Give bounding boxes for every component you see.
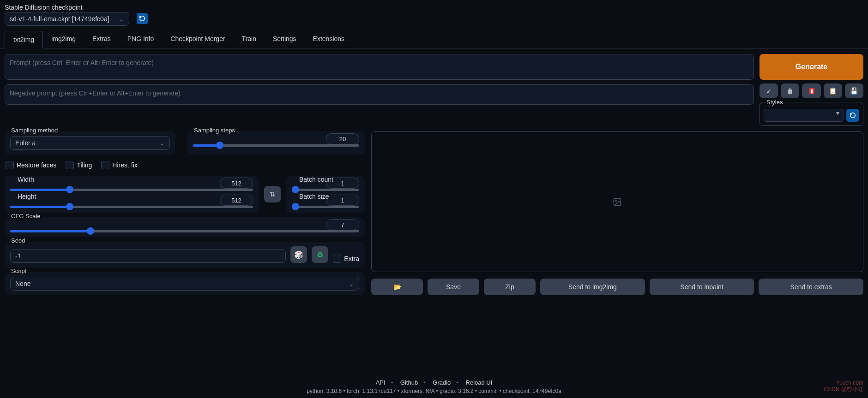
footer-reload-link[interactable]: Reload UI <box>466 379 493 386</box>
width-value[interactable]: 512 <box>220 178 253 189</box>
seed-input[interactable]: -1 <box>10 249 286 263</box>
tab-extensions[interactable]: Extensions <box>305 30 353 48</box>
open-folder-button[interactable]: 📂 <box>371 279 423 295</box>
sampling-steps-slider[interactable] <box>193 144 359 147</box>
footer-versions: python: 3.10.6 • torch: 1.13.1+cu117 • x… <box>0 388 868 394</box>
sampling-steps-label: Sampling steps <box>192 127 237 134</box>
save-icon: 💾 <box>850 87 858 95</box>
watermark-top: Yuucn.com <box>836 380 863 386</box>
script-dropdown[interactable]: None ⌄ <box>10 277 359 291</box>
negative-prompt-input[interactable]: Negative prompt (press Ctrl+Enter or Alt… <box>5 84 754 105</box>
footer-github-link[interactable]: Github <box>400 379 418 386</box>
tab-pnginfo[interactable]: PNG Info <box>119 30 163 48</box>
generate-button[interactable]: Generate <box>760 54 863 80</box>
zip-button[interactable]: Zip <box>484 279 536 295</box>
tab-img2img[interactable]: img2img <box>43 30 84 48</box>
script-value: None <box>15 280 30 287</box>
script-label: Script <box>9 267 28 274</box>
width-label: Width <box>16 176 36 183</box>
hires-fix-checkbox[interactable]: Hires. fix <box>101 161 137 169</box>
clipboard-icon: 📋 <box>829 87 837 95</box>
card-icon: ▮ <box>809 88 814 94</box>
swap-icon: ⇅ <box>270 190 275 198</box>
chevron-down-icon: ⌄ <box>119 15 124 23</box>
tab-extras[interactable]: Extras <box>84 30 119 48</box>
tab-train[interactable]: Train <box>234 30 265 48</box>
refresh-styles-button[interactable] <box>846 109 859 122</box>
recycle-icon: ♻ <box>317 250 323 259</box>
checkpoint-label: Stable Diffusion checkpoint <box>5 4 129 11</box>
height-value[interactable]: 512 <box>220 195 253 206</box>
cfg-value[interactable]: 7 <box>326 219 359 230</box>
chevron-down-icon: ⌄ <box>159 139 165 147</box>
tab-txt2img[interactable]: txt2img <box>5 31 43 48</box>
styles-dropdown[interactable]: ▾ <box>764 109 844 122</box>
folder-icon: 📂 <box>393 283 401 291</box>
arrow-icon: ↙ <box>766 87 772 95</box>
cfg-slider[interactable] <box>10 230 359 232</box>
sampling-method-dropdown[interactable]: Euler a ⌄ <box>10 136 170 150</box>
restore-faces-checkbox[interactable]: Restore faces <box>6 161 56 169</box>
reuse-seed-button[interactable]: ♻ <box>312 246 328 263</box>
save-style-button[interactable]: 💾 <box>845 83 863 98</box>
arrow-button[interactable]: ↙ <box>760 83 778 98</box>
tiling-checkbox[interactable]: Tiling <box>66 161 92 169</box>
cfg-label: CFG Scale <box>9 213 42 220</box>
checkpoint-value: sd-v1-4-full-ema.ckpt [14749efc0a] <box>10 15 109 23</box>
image-placeholder-icon <box>613 197 622 207</box>
chevron-down-icon: ⌄ <box>349 280 354 287</box>
batch-size-value[interactable]: 1 <box>326 195 359 206</box>
footer: API• Github• Gradio• Reload UI python: 3… <box>0 379 868 394</box>
prompt-input[interactable]: Prompt (press Ctrl+Enter or Alt+Enter to… <box>5 54 754 80</box>
sampling-steps-value[interactable]: 20 <box>326 133 359 144</box>
send-to-inpaint-button[interactable]: Send to inpaint <box>650 279 754 295</box>
width-slider[interactable] <box>10 189 253 191</box>
main-tabs: txt2img img2img Extras PNG Info Checkpoi… <box>0 30 868 48</box>
extra-networks-button[interactable]: ▮ <box>802 83 820 98</box>
send-to-extras-button[interactable]: Send to extras <box>759 279 863 295</box>
sampling-method-value: Euler a <box>15 139 36 147</box>
styles-label: Styles <box>765 99 784 106</box>
sampling-method-label: Sampling method <box>9 127 60 134</box>
refresh-icon <box>850 112 856 119</box>
height-slider[interactable] <box>10 206 253 208</box>
checkpoint-dropdown[interactable]: sd-v1-4-full-ema.ckpt [14749efc0a] ⌄ <box>5 12 129 26</box>
height-label: Height <box>16 193 38 200</box>
random-seed-button[interactable]: 🎲 <box>290 246 307 263</box>
footer-gradio-link[interactable]: Gradio <box>433 379 451 386</box>
paste-button[interactable]: 📋 <box>824 83 842 98</box>
refresh-checkpoint-button[interactable] <box>137 13 148 24</box>
svg-point-1 <box>615 200 617 201</box>
footer-api-link[interactable]: API <box>376 379 386 386</box>
watermark-bottom: CSDN @曾小蛙 <box>824 386 863 393</box>
seed-extra-checkbox[interactable]: Extra <box>333 255 359 263</box>
clear-button[interactable]: 🗑 <box>781 83 799 98</box>
seed-label: Seed <box>9 237 27 244</box>
batch-count-slider[interactable] <box>292 189 359 191</box>
output-preview <box>371 131 863 272</box>
save-button[interactable]: Save <box>428 279 479 295</box>
batch-count-label: Batch count <box>297 176 335 183</box>
send-to-img2img-button[interactable]: Send to img2img <box>540 279 645 295</box>
tab-checkpoint-merger[interactable]: Checkpoint Merger <box>162 30 233 48</box>
tab-settings[interactable]: Settings <box>265 30 305 48</box>
swap-dimensions-button[interactable]: ⇅ <box>264 186 281 202</box>
trash-icon: 🗑 <box>787 87 793 95</box>
batch-size-slider[interactable] <box>292 206 359 208</box>
refresh-icon <box>139 15 145 22</box>
batch-size-label: Batch size <box>297 193 331 200</box>
dice-icon: 🎲 <box>294 250 303 259</box>
